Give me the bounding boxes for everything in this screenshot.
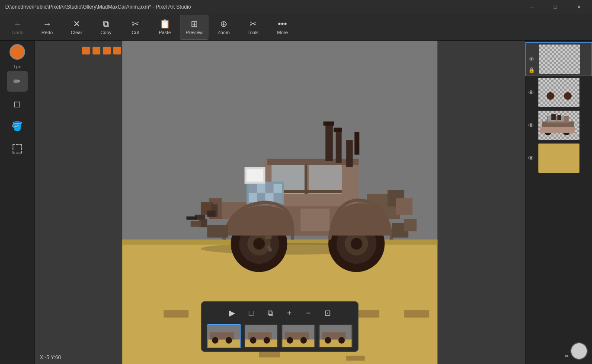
layer-item-4[interactable]: 👁 bbox=[525, 142, 592, 175]
svg-rect-27 bbox=[346, 140, 352, 167]
svg-rect-14 bbox=[305, 165, 307, 194]
select-tool[interactable] bbox=[7, 138, 28, 159]
preview-button[interactable]: ⊞ Preview bbox=[180, 15, 208, 40]
svg-point-72 bbox=[264, 337, 270, 344]
duplicate-icon: ⧉ bbox=[268, 309, 273, 318]
frame-thumb-4[interactable] bbox=[318, 324, 353, 348]
layer-eye-2[interactable]: 👁 bbox=[528, 89, 536, 96]
eraser-tool[interactable]: ◻ bbox=[7, 93, 28, 114]
color-swatch[interactable] bbox=[10, 44, 25, 60]
svg-rect-52 bbox=[265, 236, 271, 239]
toolbar: ← Undo → Redo ✕ Clear ⧉ Copy ✂ Cut 📋 Pas… bbox=[0, 14, 592, 41]
animation-controls: ▶ □ ⧉ + − ⊡ bbox=[201, 301, 358, 352]
tools-button[interactable]: ✂ Tools bbox=[239, 15, 267, 40]
svg-rect-26 bbox=[336, 130, 341, 163]
main-layout: 1px ✏ ◻ 🪣 bbox=[0, 41, 592, 364]
svg-rect-40 bbox=[274, 193, 282, 202]
remove-frame-icon: − bbox=[306, 309, 311, 318]
preview-icon: ⊞ bbox=[191, 19, 198, 28]
duplicate-frame-button[interactable]: ⧉ bbox=[262, 305, 278, 321]
layer-eye-4[interactable]: 👁 bbox=[528, 155, 536, 162]
right-panel: + 👁 🔒 👁 👁 bbox=[525, 41, 592, 364]
title-bar: D:\onedrive\Public\PixelArtStudio\Gllery… bbox=[0, 0, 592, 14]
svg-rect-23 bbox=[301, 208, 330, 231]
add-frame-button[interactable]: + bbox=[282, 305, 297, 321]
undo-button[interactable]: ← Undo bbox=[3, 15, 32, 40]
zoom-button[interactable]: ⊕ Zoom bbox=[209, 15, 238, 40]
clear-button[interactable]: ✕ Clear bbox=[62, 15, 91, 40]
cut-button[interactable]: ✂ Cut bbox=[121, 15, 150, 40]
svg-rect-5 bbox=[404, 310, 429, 317]
layer-lock-icon: 🔒 bbox=[528, 67, 535, 73]
cut-icon: ✂ bbox=[132, 19, 139, 28]
svg-rect-13 bbox=[309, 165, 342, 194]
title-text: D:\onedrive\Public\PixelArtStudio\Gllery… bbox=[5, 4, 191, 10]
svg-rect-25 bbox=[325, 124, 333, 161]
undo-icon: ← bbox=[13, 19, 22, 28]
frame-thumb-1[interactable] bbox=[207, 324, 241, 348]
coordinates: X:-5 Y:60 bbox=[40, 354, 61, 361]
tools-icon: ✂ bbox=[250, 19, 257, 28]
frame-thumb-3[interactable] bbox=[281, 324, 316, 348]
svg-point-57 bbox=[351, 238, 362, 249]
copy-icon: ⧉ bbox=[103, 19, 109, 28]
color-picker-circle[interactable] bbox=[570, 342, 588, 360]
add-frame-icon: + bbox=[287, 309, 292, 318]
layer-thumb-3 bbox=[538, 111, 579, 140]
canvas-area[interactable]: ▶ □ ⧉ + − ⊡ bbox=[35, 41, 525, 364]
svg-rect-34 bbox=[257, 184, 265, 193]
svg-rect-21 bbox=[396, 198, 413, 214]
svg-rect-92 bbox=[551, 114, 556, 120]
layer-thumb-4 bbox=[538, 144, 579, 173]
select-icon bbox=[13, 144, 22, 153]
svg-rect-44 bbox=[186, 217, 197, 220]
svg-point-81 bbox=[325, 337, 331, 344]
layer-item-3[interactable]: 👁 bbox=[525, 109, 592, 142]
svg-rect-62 bbox=[207, 211, 215, 217]
stop-icon: □ bbox=[249, 309, 254, 318]
svg-rect-42 bbox=[246, 169, 263, 182]
svg-point-76 bbox=[287, 337, 293, 344]
resize-indicator: ⇔ bbox=[565, 353, 569, 359]
svg-rect-24 bbox=[267, 159, 358, 165]
layer-item-2[interactable]: 👁 bbox=[525, 76, 592, 109]
copy-frames-button[interactable]: ⊡ bbox=[320, 305, 335, 321]
svg-point-77 bbox=[301, 337, 307, 344]
layer-eye-3[interactable]: 👁 bbox=[528, 122, 536, 129]
more-button[interactable]: ••• More bbox=[268, 15, 297, 40]
svg-point-67 bbox=[226, 337, 232, 344]
play-button[interactable]: ▶ bbox=[224, 305, 240, 321]
svg-point-66 bbox=[212, 337, 218, 344]
window-controls: ─ □ ✕ bbox=[522, 0, 589, 14]
fill-icon: 🪣 bbox=[12, 121, 22, 131]
pencil-tool[interactable]: ✏ bbox=[7, 71, 28, 92]
layer-thumb-1 bbox=[539, 45, 580, 74]
svg-rect-93 bbox=[557, 115, 561, 120]
layer-eye-1[interactable]: 👁 bbox=[528, 56, 536, 63]
layer-item-1[interactable]: 👁 🔒 bbox=[525, 42, 592, 76]
frame-thumb-2[interactable] bbox=[244, 324, 278, 348]
svg-rect-69 bbox=[245, 339, 277, 347]
remove-frame-button[interactable]: − bbox=[301, 305, 316, 321]
svg-rect-6 bbox=[259, 351, 280, 357]
copy-button[interactable]: ⧉ Copy bbox=[92, 15, 120, 40]
more-icon: ••• bbox=[278, 19, 287, 28]
fill-tool[interactable]: 🪣 bbox=[7, 116, 28, 137]
svg-point-84 bbox=[564, 92, 572, 100]
svg-rect-58 bbox=[207, 225, 228, 238]
svg-rect-36 bbox=[274, 184, 282, 193]
anim-toolbar: ▶ □ ⧉ + − ⊡ bbox=[224, 305, 335, 321]
svg-rect-60 bbox=[404, 219, 417, 231]
svg-rect-35 bbox=[265, 184, 273, 193]
clear-icon: ✕ bbox=[73, 19, 80, 28]
svg-rect-29 bbox=[323, 121, 334, 126]
close-button[interactable]: ✕ bbox=[569, 0, 589, 14]
redo-button[interactable]: → Redo bbox=[33, 15, 61, 40]
stop-button[interactable]: □ bbox=[243, 305, 259, 321]
svg-rect-37 bbox=[249, 193, 257, 202]
paste-button[interactable]: 📋 Paste bbox=[150, 15, 179, 40]
layer-thumb-2 bbox=[538, 78, 579, 107]
maximize-button[interactable]: □ bbox=[545, 0, 565, 14]
minimize-button[interactable]: ─ bbox=[522, 0, 542, 14]
svg-point-83 bbox=[547, 92, 554, 100]
